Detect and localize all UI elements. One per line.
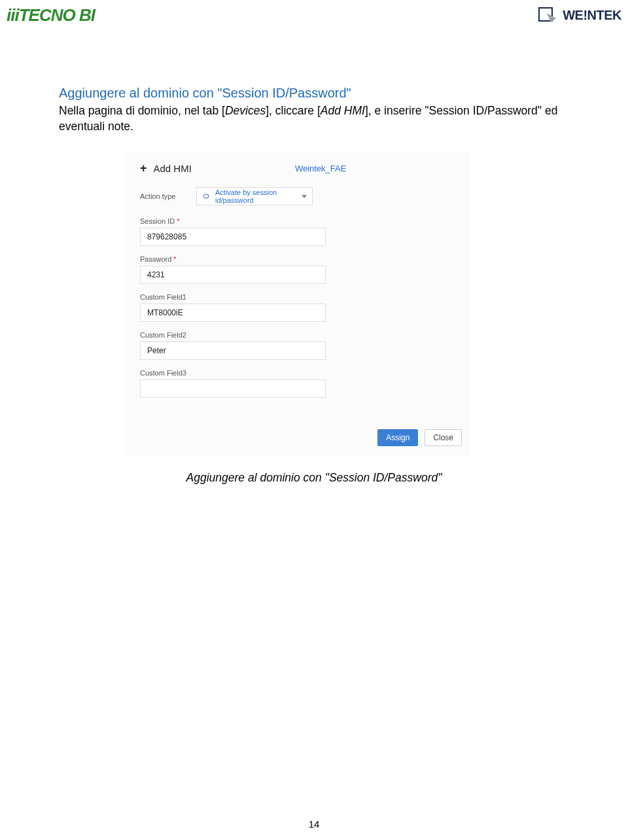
body-ital-2: Add HMI	[321, 104, 365, 117]
logo-tecnobi: iiiTECNO BI	[7, 5, 95, 26]
add-hmi-dialog: + Add HMI Weintek_FAE Action type Activa…	[124, 152, 471, 457]
figure-caption: Aggiungere al dominio con "Session ID/Pa…	[59, 471, 569, 485]
dialog-header: + Add HMI Weintek_FAE	[124, 152, 471, 182]
password-group: Password *	[140, 255, 455, 284]
close-button[interactable]: Close	[425, 429, 462, 446]
custom1-input[interactable]	[140, 304, 326, 322]
section-heading: Aggiungere al dominio con "Session ID/Pa…	[59, 86, 569, 101]
plus-icon: +	[140, 162, 147, 175]
password-label-text: Password	[140, 255, 171, 263]
custom1-group: Custom Field1	[140, 293, 455, 322]
password-label: Password *	[140, 255, 455, 263]
link-icon	[202, 193, 211, 200]
custom1-label: Custom Field1	[140, 293, 455, 301]
chevron-down-icon	[302, 195, 307, 198]
required-mark: *	[177, 217, 179, 225]
logo-weintek-text: WE!NTEK	[563, 8, 621, 23]
custom2-label: Custom Field2	[140, 331, 455, 339]
logo-weintek: WE!NTEK	[538, 7, 621, 25]
session-id-label: Session ID *	[140, 217, 455, 225]
session-id-group: Session ID *	[140, 217, 455, 246]
required-mark: *	[173, 255, 176, 263]
dialog-form: Action type Activate by session id/passw…	[124, 182, 471, 398]
content-area: Aggiungere al dominio con "Session ID/Pa…	[0, 26, 628, 485]
action-type-value: Activate by session id/password	[215, 188, 307, 204]
dialog-footer: Assign Close	[124, 407, 471, 449]
session-id-input[interactable]	[140, 228, 326, 246]
weintek-icon	[538, 7, 559, 25]
page-header: iiiTECNO BI WE!NTEK	[0, 0, 628, 26]
custom3-group: Custom Field3	[140, 369, 455, 398]
action-type-select[interactable]: Activate by session id/password	[196, 187, 313, 205]
custom2-group: Custom Field2	[140, 331, 455, 360]
action-type-row: Action type Activate by session id/passw…	[140, 187, 455, 205]
domain-name: Weintek_FAE	[295, 164, 347, 173]
body-text-1: Nella pagina di dominio, nel tab [	[59, 104, 225, 117]
custom2-input[interactable]	[140, 341, 326, 360]
page-number: 14	[0, 818, 628, 830]
custom3-input[interactable]	[140, 379, 326, 398]
body-ital-1: Devices	[225, 104, 266, 117]
section-body: Nella pagina di dominio, nel tab [Device…	[59, 103, 569, 134]
custom3-label: Custom Field3	[140, 369, 455, 377]
dialog-title: Add HMI	[154, 163, 192, 174]
assign-button[interactable]: Assign	[377, 429, 418, 446]
session-id-label-text: Session ID	[140, 217, 175, 225]
action-type-label: Action type	[140, 192, 196, 200]
password-input[interactable]	[140, 266, 326, 284]
body-text-2: ], cliccare [	[266, 104, 321, 117]
